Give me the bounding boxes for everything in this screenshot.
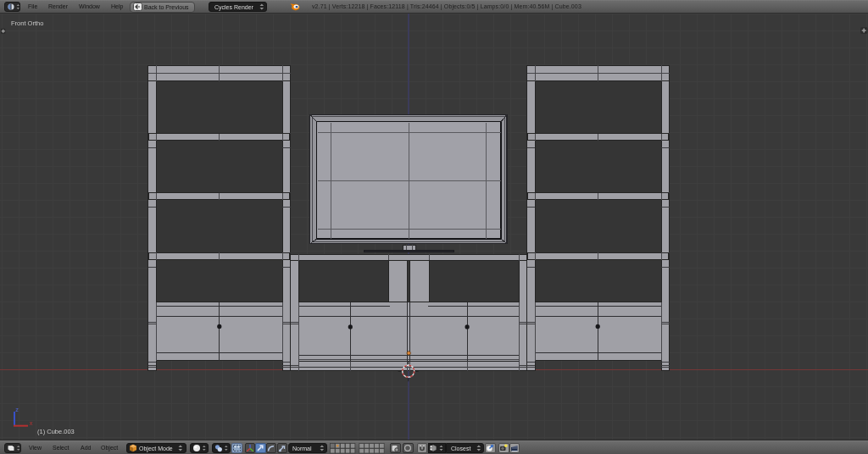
svg-text:x: x	[30, 420, 33, 426]
svg-text:z: z	[16, 407, 19, 412]
